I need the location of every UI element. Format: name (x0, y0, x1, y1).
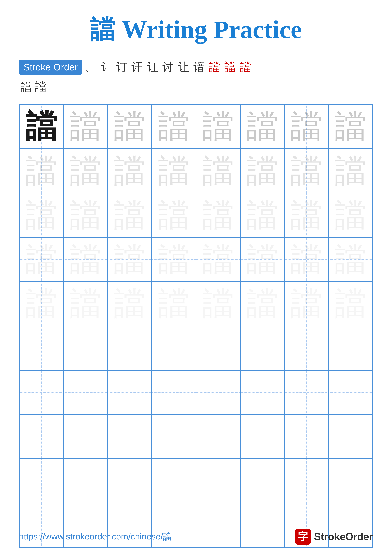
grid-row-5: 譡 譡 譡 譡 譡 譡 譡 譡 (19, 282, 373, 326)
grid-cell-4-2[interactable]: 譡 (64, 237, 107, 282)
grid-cell-9-7[interactable] (284, 459, 328, 503)
char-display: 譡 (291, 244, 322, 275)
grid-cell-3-2[interactable]: 譡 (64, 193, 107, 237)
title-suffix: Writing Practice (115, 15, 302, 44)
grid-cell-1-2[interactable]: 譡 (64, 104, 107, 149)
grid-cell-2-3[interactable]: 譡 (108, 149, 152, 193)
grid-cell-9-8[interactable] (328, 459, 373, 503)
grid-cell-6-3[interactable] (108, 326, 152, 370)
grid-cell-3-1[interactable]: 譡 (19, 193, 64, 237)
grid-cell-8-4[interactable] (152, 415, 196, 459)
grid-cell-3-7[interactable]: 譡 (284, 193, 328, 237)
grid-cell-4-4[interactable]: 譡 (152, 237, 196, 282)
grid-cell-6-8[interactable] (328, 326, 373, 370)
grid-cell-5-6[interactable]: 譡 (240, 282, 284, 326)
char-display: 譡 (158, 199, 190, 231)
logo-icon: 字 (295, 529, 311, 545)
grid-cell-3-5[interactable]: 譡 (196, 193, 240, 237)
grid-cell-1-3[interactable]: 譡 (108, 104, 152, 149)
grid-row-4: 譡 譡 譡 譡 譡 譡 譡 譡 (19, 237, 373, 282)
grid-cell-8-6[interactable] (240, 415, 284, 459)
grid-cell-2-4[interactable]: 譡 (152, 149, 196, 193)
grid-cell-5-2[interactable]: 譡 (64, 282, 107, 326)
grid-cell-9-3[interactable] (108, 459, 152, 503)
grid-cell-2-5[interactable]: 譡 (196, 149, 240, 193)
grid-cell-8-5[interactable] (196, 415, 240, 459)
grid-cell-9-6[interactable] (240, 459, 284, 503)
grid-cell-7-1[interactable] (19, 370, 64, 415)
grid-cell-9-5[interactable] (196, 459, 240, 503)
char-display: 譡 (202, 155, 234, 187)
grid-cell-3-6[interactable]: 譡 (240, 193, 284, 237)
grid-cell-7-2[interactable] (64, 370, 107, 415)
grid-cell-6-1[interactable] (19, 326, 64, 370)
grid-row-9 (19, 459, 373, 503)
grid-row-1: 譡 譡 譡 譡 譡 譡 譡 譡 (19, 104, 373, 149)
grid-cell-7-7[interactable] (284, 370, 328, 415)
char-display: 譡 (291, 155, 322, 187)
grid-cell-9-1[interactable] (19, 459, 64, 503)
grid-cell-5-7[interactable]: 譡 (284, 282, 328, 326)
grid-cell-7-8[interactable] (328, 370, 373, 415)
grid-cell-8-3[interactable] (108, 415, 152, 459)
grid-cell-2-1[interactable]: 譡 (19, 149, 64, 193)
grid-cell-7-5[interactable] (196, 370, 240, 415)
stroke-step-1: 、 (84, 59, 98, 75)
char-display: 譡 (335, 155, 366, 187)
grid-cell-7-3[interactable] (108, 370, 152, 415)
grid-cell-6-4[interactable] (152, 326, 196, 370)
grid-cell-6-2[interactable] (64, 326, 107, 370)
char-display: 譡 (70, 244, 101, 275)
grid-cell-5-3[interactable]: 譡 (108, 282, 152, 326)
char-display: 譡 (247, 199, 278, 231)
grid-cell-5-4[interactable]: 譡 (152, 282, 196, 326)
grid-cell-5-8[interactable]: 譡 (328, 282, 373, 326)
char-display: 譡 (114, 288, 145, 320)
grid-cell-3-8[interactable]: 譡 (328, 193, 373, 237)
grid-cell-3-3[interactable]: 譡 (108, 193, 152, 237)
grid-cell-1-8[interactable]: 譡 (328, 104, 373, 149)
grid-cell-4-8[interactable]: 譡 (328, 237, 373, 282)
grid-cell-9-4[interactable] (152, 459, 196, 503)
grid-cell-5-1[interactable]: 譡 (19, 282, 64, 326)
grid-cell-9-2[interactable] (64, 459, 107, 503)
page-title: 譡 Writing Practice (19, 13, 373, 47)
grid-cell-2-6[interactable]: 譡 (240, 149, 284, 193)
grid-cell-4-6[interactable]: 譡 (240, 237, 284, 282)
grid-cell-8-1[interactable] (19, 415, 64, 459)
stroke-step-8: 谙 (192, 59, 206, 75)
grid-cell-6-5[interactable] (196, 326, 240, 370)
grid-cell-6-6[interactable] (240, 326, 284, 370)
grid-cell-7-4[interactable] (152, 370, 196, 415)
footer-url[interactable]: https://www.strokeorder.com/chinese/譡 (19, 531, 172, 542)
stroke-extra-row: 譡 譡 (19, 80, 46, 95)
char-display: 譡 (291, 199, 322, 231)
char-display: 譡 (158, 288, 190, 320)
grid-cell-2-2[interactable]: 譡 (64, 149, 107, 193)
char-display: 譡 (158, 155, 190, 187)
char-display: 譡 (114, 244, 145, 275)
char-display: 譡 (202, 199, 234, 231)
grid-cell-8-7[interactable] (284, 415, 328, 459)
grid-cell-4-3[interactable]: 譡 (108, 237, 152, 282)
logo-text: StrokeOrder (314, 531, 373, 542)
grid-cell-2-7[interactable]: 譡 (284, 149, 328, 193)
grid-cell-2-8[interactable]: 譡 (328, 149, 373, 193)
grid-row-7 (19, 370, 373, 415)
grid-cell-1-4[interactable]: 譡 (152, 104, 196, 149)
grid-cell-4-7[interactable]: 譡 (284, 237, 328, 282)
grid-cell-1-5[interactable]: 譡 (196, 104, 240, 149)
grid-cell-3-4[interactable]: 譡 (152, 193, 196, 237)
grid-cell-4-5[interactable]: 譡 (196, 237, 240, 282)
stroke-step-4: 讦 (130, 59, 144, 75)
grid-cell-1-7[interactable]: 譡 (284, 104, 328, 149)
grid-cell-5-5[interactable]: 譡 (196, 282, 240, 326)
grid-cell-8-8[interactable] (328, 415, 373, 459)
grid-cell-1-6[interactable]: 譡 (240, 104, 284, 149)
grid-cell-8-2[interactable] (64, 415, 107, 459)
grid-cell-7-6[interactable] (240, 370, 284, 415)
grid-row-3: 譡 譡 譡 譡 譡 譡 譡 譡 (19, 193, 373, 237)
grid-cell-6-7[interactable] (284, 326, 328, 370)
grid-cell-4-1[interactable]: 譡 (19, 237, 64, 282)
grid-cell-1-1[interactable]: 譡 (19, 104, 64, 149)
